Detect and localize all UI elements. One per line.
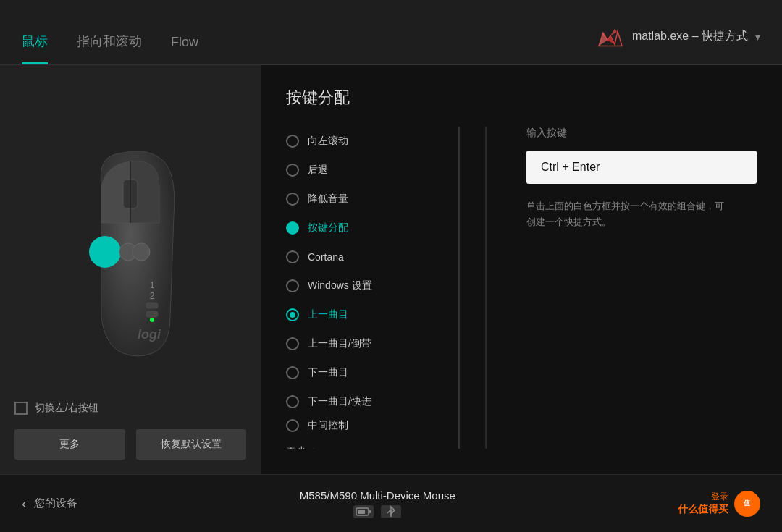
- back-label: 您的设备: [34, 497, 77, 510]
- bottom-buttons: 更多 恢复默认设置: [14, 429, 246, 460]
- radio-key-assign: [286, 221, 299, 235]
- option-label-next-ff: 下一曲目/快进: [308, 395, 371, 408]
- svg-rect-8: [146, 311, 158, 317]
- svg-rect-7: [146, 303, 158, 308]
- device-info: M585/M590 Multi-Device Mouse: [300, 489, 455, 518]
- device-name: M585/M590 Multi-Device Mouse: [300, 489, 455, 502]
- radio-next-ff: [286, 395, 299, 408]
- svg-point-2: [89, 236, 121, 268]
- app-selector[interactable]: matlab.exe – 快捷方式 ▾: [597, 25, 760, 48]
- tab-mouse[interactable]: 鼠标: [22, 33, 48, 64]
- svg-point-9: [150, 318, 154, 322]
- option-cortana[interactable]: Cortana: [286, 242, 460, 271]
- reset-button[interactable]: 恢复默认设置: [136, 429, 247, 460]
- panel-title: 按键分配: [286, 87, 757, 109]
- input-label: 输入按键: [526, 127, 757, 140]
- option-label-cortana: Cortana: [308, 251, 344, 263]
- radio-next-track: [286, 366, 299, 379]
- back-navigation[interactable]: ‹ 您的设备: [22, 495, 77, 512]
- input-section: 输入按键 Ctrl + Enter 单击上面的白色方框并按一个有效的组合键，可创…: [512, 127, 757, 449]
- svg-rect-14: [358, 510, 365, 514]
- right-panel: 按键分配 向左滚动 后退 降低音量 按键分配: [261, 65, 782, 474]
- matlab-icon: [597, 25, 625, 48]
- svg-point-4: [133, 243, 150, 261]
- radio-prev-rewind: [286, 337, 299, 350]
- radio-back: [286, 164, 299, 177]
- svg-rect-13: [369, 510, 371, 513]
- back-arrow-icon: ‹: [22, 495, 27, 512]
- option-vol-down[interactable]: 降低音量: [286, 185, 460, 214]
- option-next-ff[interactable]: 下一曲目/快进: [286, 387, 460, 416]
- tab-pointing[interactable]: 指向和滚动: [77, 33, 142, 64]
- option-label-vol-down: 降低音量: [308, 193, 348, 206]
- svg-text:2: 2: [150, 291, 155, 301]
- battery-icon: [353, 505, 374, 518]
- swap-buttons-row: 切换左/右按钮: [14, 402, 246, 415]
- more-button[interactable]: 更多: [14, 429, 125, 460]
- option-prev-rewind[interactable]: 上一曲目/倒带: [286, 329, 460, 358]
- bluetooth-icon: [381, 505, 401, 518]
- brand-login: 登录: [678, 491, 728, 503]
- option-label-back: 后退: [308, 164, 328, 177]
- divider: [485, 127, 487, 449]
- left-panel: 1 2 logi 切换左/右按钮 更多 恢复默认设置: [0, 65, 261, 474]
- svg-text:1: 1: [150, 280, 155, 290]
- option-label-next-track: 下一曲目: [308, 366, 348, 379]
- radio-vol-down: [286, 193, 299, 206]
- hint-text: 单击上面的白色方框并按一个有效的组合键，可创建一个快捷方式。: [526, 198, 729, 230]
- device-icons: [300, 505, 455, 518]
- header: 鼠标 指向和滚动 Flow matlab.exe – 快捷方式 ▾: [0, 0, 782, 65]
- option-label-scroll-left: 向左滚动: [308, 135, 348, 148]
- option-key-assign[interactable]: 按键分配: [286, 214, 460, 242]
- panel-body: 向左滚动 后退 降低音量 按键分配 Cortana: [286, 127, 757, 449]
- option-label-prev-track: 上一曲目: [308, 308, 348, 321]
- key-input-box[interactable]: Ctrl + Enter: [526, 151, 757, 184]
- radio-win-settings: [286, 279, 299, 292]
- tab-flow[interactable]: Flow: [171, 35, 198, 64]
- bottom-bar: ‹ 您的设备 M585/M590 Multi-Device Mouse: [0, 474, 782, 532]
- option-prev-track[interactable]: 上一曲目: [286, 300, 460, 329]
- radio-prev-track: [286, 308, 299, 321]
- svg-text:logi: logi: [138, 327, 161, 342]
- radio-scroll-left: [286, 135, 299, 148]
- app-chevron-icon: ▾: [755, 31, 760, 43]
- option-win-settings[interactable]: Windows 设置: [286, 271, 460, 300]
- tabs: 鼠标 指向和滚动 Flow: [22, 0, 198, 64]
- radio-play-pause: [286, 419, 299, 432]
- option-label-prev-rewind: 上一曲目/倒带: [308, 337, 371, 350]
- brand-name: 什么值得买: [678, 503, 728, 516]
- brand-badge[interactable]: 登录 什么值得买 值: [678, 491, 760, 517]
- option-play-pause[interactable]: 中间控制: [286, 416, 460, 434]
- main-content: 1 2 logi 切换左/右按钮 更多 恢复默认设置: [0, 65, 782, 474]
- option-label-key-assign: 按键分配: [308, 221, 348, 235]
- brand-circle-icon: 值: [734, 491, 760, 517]
- option-back[interactable]: 后退: [286, 156, 460, 185]
- left-bottom-controls: 切换左/右按钮 更多 恢复默认设置: [14, 402, 246, 460]
- option-label-win-settings: Windows 设置: [308, 279, 372, 292]
- option-label-play-pause: 中间控制: [308, 419, 348, 432]
- more-less-button[interactable]: 更少 ∧: [286, 434, 460, 449]
- radio-cortana: [286, 250, 299, 263]
- options-list: 向左滚动 后退 降低音量 按键分配 Cortana: [286, 127, 460, 449]
- mouse-image: 1 2 logi: [58, 143, 203, 375]
- swap-buttons-label: 切换左/右按钮: [35, 402, 98, 415]
- app-name: matlab.exe – 快捷方式: [632, 29, 748, 44]
- option-next-track[interactable]: 下一曲目: [286, 358, 460, 387]
- swap-buttons-checkbox[interactable]: [14, 402, 28, 415]
- option-scroll-left[interactable]: 向左滚动: [286, 127, 460, 156]
- brand-text: 登录 什么值得买: [678, 491, 728, 516]
